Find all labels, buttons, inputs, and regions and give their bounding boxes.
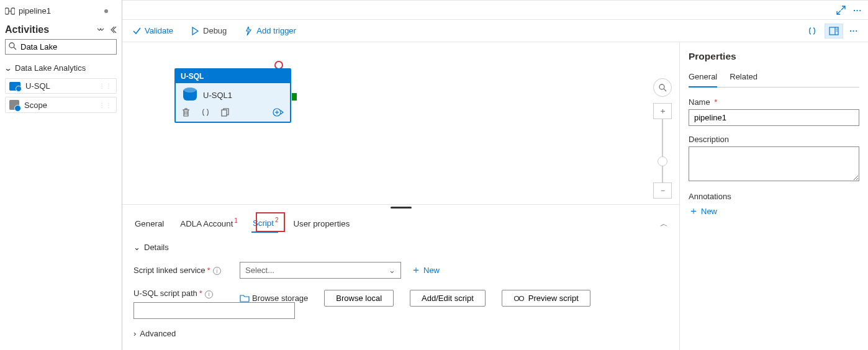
category-data-lake-analytics[interactable]: ⌄ Data Lake Analytics [4,61,118,75]
add-edit-script-button[interactable]: Add/Edit script [410,290,486,307]
svg-point-15 [514,296,518,300]
collapse-panel-icon[interactable] [109,26,117,34]
activity-search[interactable] [5,39,117,55]
more-actions-icon[interactable]: ··· [847,26,861,35]
zoom-in-button[interactable]: ＋ [653,103,672,119]
tab-general[interactable]: General [133,215,165,232]
tab-user-properties[interactable]: User properties [292,215,351,232]
svg-line-4 [14,47,16,50]
validate-button[interactable]: Validate [130,25,176,37]
zoom-controls: ＋ － [653,78,672,199]
resize-grabber[interactable] [391,207,412,209]
svg-rect-9 [222,110,227,116]
properties-title: Properties [689,51,859,62]
description-label: Description [689,135,859,144]
debug-button[interactable]: Debug [188,25,229,37]
pipeline-canvas[interactable]: U-SQL U-SQL1 ＋ [122,42,679,350]
zoom-slider[interactable] [662,119,663,182]
description-input[interactable] [689,146,859,181]
activity-scope[interactable]: Scope ⋮⋮ [5,97,117,113]
pipeline-icon [5,7,15,16]
activities-title: Activities [5,24,49,35]
activity-node-usql[interactable]: U-SQL U-SQL1 [174,68,291,123]
svg-line-14 [664,89,666,91]
main-area: ··· Validate Debug Add trigger [122,0,868,350]
zoom-thumb[interactable] [658,156,667,166]
tab-adla-account[interactable]: ADLA Account1 [179,215,238,232]
add-output-icon[interactable] [273,108,284,117]
chevron-down-icon: ⌄ [389,266,396,275]
script-path-label: U-SQL script path*i [133,289,230,319]
svg-point-3 [9,43,14,48]
check-icon [132,27,141,35]
output-connector[interactable] [292,93,297,101]
chevron-right-icon: › [133,329,136,338]
tab-title: pipeline1 [19,6,51,16]
svg-rect-0 [5,8,9,14]
chevron-down-icon: ⌄ [4,64,12,73]
browse-storage-button[interactable]: Browse storage [240,294,308,303]
folder-icon [240,294,250,302]
new-linked-service-button[interactable]: ＋New [411,264,440,277]
window-topbar: ··· [122,1,868,20]
unsaved-dot-icon [104,9,108,13]
more-icon[interactable]: ··· [853,6,862,15]
browse-local-button[interactable]: Browse local [324,290,394,307]
linked-service-label: Script linked service*i [133,266,230,276]
collapse-pane-icon[interactable]: ︿ [660,218,668,230]
play-icon [191,27,199,35]
search-icon [8,42,17,50]
name-input[interactable] [689,109,859,126]
zoom-fit-button[interactable] [653,78,672,97]
action-bar: Validate Debug Add trigger ··· [122,20,868,42]
annotations-label: Annotations [689,192,859,201]
usql-icon [9,82,20,91]
node-name: U-SQL1 [203,91,232,100]
scope-icon [9,100,19,110]
search-input[interactable] [5,39,117,55]
advanced-section-toggle[interactable]: › Advanced [133,329,668,338]
prop-tab-general[interactable]: General [689,71,717,88]
trigger-icon [244,27,253,35]
expand-all-icon[interactable] [97,26,104,34]
copy-icon[interactable] [221,108,229,117]
name-label: Name * [689,97,859,107]
details-section-toggle[interactable]: ⌄ Details [133,243,668,252]
config-pane: General ADLA Account1 Script2 User prope… [122,204,679,350]
svg-point-16 [519,296,523,300]
preview-script-button[interactable]: Preview script [502,290,590,307]
new-annotation-button[interactable]: ＋New [689,205,859,218]
activities-sidebar: pipeline1 Activities ⌄ Data Lake Analyti… [0,0,122,350]
code-view-button[interactable] [803,24,821,38]
svg-point-13 [659,84,664,89]
linked-service-select[interactable]: Select...⌄ [240,262,401,279]
expand-window-icon[interactable] [836,6,846,15]
drag-grip-icon: ⋮⋮ [99,102,112,109]
node-type-label: U-SQL [176,70,290,83]
svg-rect-1 [11,8,15,14]
add-trigger-button[interactable]: Add trigger [242,25,299,37]
properties-pane: Properties General Related Name * Descri… [679,42,868,350]
code-icon[interactable] [201,108,210,117]
config-tabs: General ADLA Account1 Script2 User prope… [133,215,668,233]
glasses-icon [513,295,525,302]
tab-script[interactable]: Script2 [251,215,279,233]
info-icon[interactable]: i [213,267,221,275]
properties-toggle-button[interactable] [825,24,843,38]
prop-tab-related[interactable]: Related [730,71,757,87]
cylinder-icon [183,89,197,101]
delete-icon[interactable] [182,108,190,117]
zoom-out-button[interactable]: － [653,182,672,199]
info-icon[interactable]: i [205,290,213,298]
open-tab[interactable]: pipeline1 [4,5,118,20]
drag-grip-icon: ⋮⋮ [99,83,112,89]
chevron-down-icon: ⌄ [133,243,140,252]
activity-u-sql[interactable]: U-SQL ⋮⋮ [5,78,117,94]
